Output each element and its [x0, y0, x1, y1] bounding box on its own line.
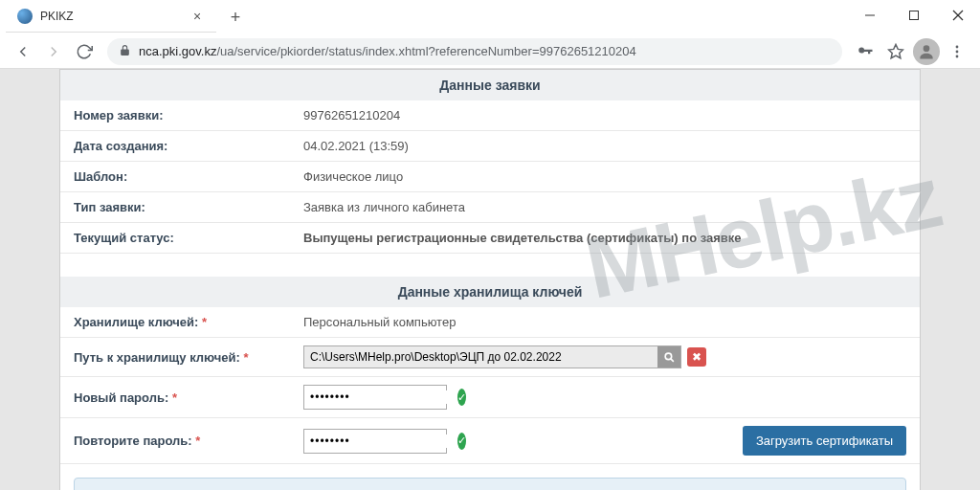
new-password-label: Новый пароль: * [60, 377, 290, 418]
table-row: Путь к хранилищу ключей: * ✖ [60, 338, 920, 377]
svg-rect-1 [910, 11, 919, 20]
close-tab-icon[interactable]: × [189, 9, 205, 24]
status-value: Выпущены регистрационные свидетельства (… [290, 223, 920, 254]
favicon-icon [17, 9, 33, 24]
repeat-password-field[interactable]: ✓ [303, 429, 447, 454]
delete-path-button[interactable]: ✖ [687, 347, 706, 367]
repeat-password-label: Повторите пароль: * [60, 418, 290, 464]
svg-point-5 [924, 45, 930, 52]
template-label: Шаблон: [60, 162, 290, 192]
close-window-button[interactable] [936, 0, 980, 31]
page-viewport[interactable]: MHelp.kz Данные заявки Номер заявки:9976… [0, 69, 980, 490]
table-row: Тип заявки:Заявка из личного кабинета [60, 192, 920, 223]
request-number-value: 99762651210204 [290, 100, 920, 131]
table-row: Текущий статус:Выпущены регистрационные … [60, 223, 920, 254]
table-row: Номер заявки:99762651210204 [60, 100, 920, 131]
storage-label: Хранилище ключей: * [60, 307, 290, 338]
table-row: Повторите пароль: * ✓ Загрузить сертифик… [60, 418, 920, 464]
table-row: Хранилище ключей: * Персональный компьют… [60, 307, 920, 338]
keystore-table: Хранилище ключей: * Персональный компьют… [60, 307, 920, 464]
forward-button[interactable] [38, 36, 69, 67]
repeat-password-input[interactable] [310, 434, 454, 448]
browse-icon[interactable] [657, 346, 680, 368]
new-password-input[interactable] [310, 390, 454, 404]
load-certificates-button[interactable]: Загрузить сертификаты [743, 426, 906, 456]
keystore-path-field[interactable] [303, 345, 681, 368]
template-value: Физическое лицо [290, 162, 920, 192]
new-password-field[interactable]: ✓ [303, 385, 447, 410]
svg-point-8 [956, 55, 959, 57]
keystore-path-input[interactable] [304, 346, 657, 368]
bookmark-icon[interactable] [880, 36, 911, 67]
table-row: Новый пароль: * ✓ [60, 377, 920, 418]
request-type-value: Заявка из личного кабинета [290, 192, 920, 223]
svg-point-7 [956, 50, 959, 53]
svg-point-9 [665, 353, 672, 360]
minimize-button[interactable] [848, 0, 892, 31]
request-number-label: Номер заявки: [60, 100, 290, 131]
maximize-button[interactable] [892, 0, 936, 31]
window-titlebar: PKIKZ × + [0, 0, 980, 34]
menu-icon[interactable] [942, 36, 972, 67]
address-bar[interactable]: nca.pki.gov.kz/ua/service/pkiorder/statu… [107, 38, 842, 65]
key-icon[interactable] [850, 36, 880, 67]
reload-button[interactable] [69, 36, 100, 67]
path-label: Путь к хранилищу ключей: * [60, 338, 290, 377]
request-type-label: Тип заявки: [60, 192, 290, 223]
check-icon: ✓ [457, 433, 466, 450]
tab-title: PKIKZ [40, 10, 74, 23]
url-text: nca.pki.gov.kz/ua/service/pkiorder/statu… [139, 44, 636, 58]
back-button[interactable] [8, 36, 38, 67]
request-details-table: Номер заявки:99762651210204 Дата создани… [60, 100, 920, 254]
password-info-box: i Новый пароль должен состоять из латинс… [74, 478, 906, 490]
table-row: Дата создания:04.02.2021 (13:59) [60, 131, 920, 162]
status-label: Текущий статус: [60, 223, 290, 254]
section-header-keystore: Данные хранилища ключей [60, 277, 920, 307]
section-header-request: Данные заявки [60, 70, 920, 100]
svg-marker-4 [889, 44, 903, 57]
check-icon: ✓ [457, 389, 466, 406]
browser-toolbar: nca.pki.gov.kz/ua/service/pkiorder/statu… [0, 34, 980, 69]
profile-avatar[interactable] [911, 36, 942, 67]
storage-value: Персональный компьютер [290, 307, 920, 338]
new-tab-button[interactable]: + [222, 4, 249, 31]
created-date-value: 04.02.2021 (13:59) [290, 131, 920, 162]
window-controls [848, 0, 980, 31]
content-panel: Данные заявки Номер заявки:9976265121020… [59, 69, 921, 490]
svg-point-6 [956, 45, 959, 48]
table-row: Шаблон:Физическое лицо [60, 162, 920, 192]
created-date-label: Дата создания: [60, 131, 290, 162]
svg-line-10 [670, 358, 673, 361]
lock-icon [119, 44, 131, 59]
browser-tab[interactable]: PKIKZ × [6, 0, 216, 33]
